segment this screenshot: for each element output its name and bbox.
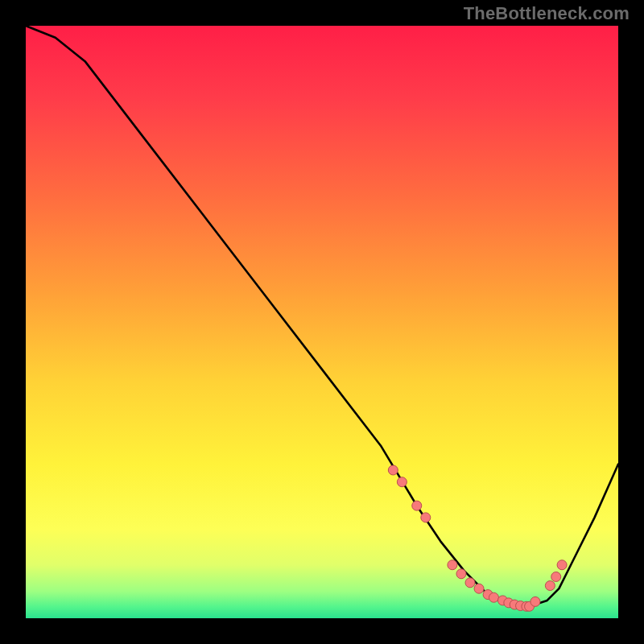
highlight-dot <box>397 477 407 487</box>
chart-svg <box>26 26 618 618</box>
chart-container: TheBottleneck.com <box>0 0 644 644</box>
highlight-dot <box>489 592 498 602</box>
watermark-text: TheBottleneck.com <box>464 3 630 24</box>
highlight-dot <box>474 584 484 593</box>
gradient-background <box>26 26 618 618</box>
highlight-dot <box>448 560 457 570</box>
highlight-dot <box>421 513 431 522</box>
highlight-dot <box>456 569 466 579</box>
highlight-dot <box>412 501 422 510</box>
highlight-dot <box>388 465 398 475</box>
highlight-dot <box>530 597 540 606</box>
highlight-dot <box>551 572 561 581</box>
plot-area <box>26 26 618 618</box>
highlight-dot <box>557 560 567 570</box>
highlight-dot <box>465 578 475 588</box>
highlight-dot <box>545 581 555 591</box>
